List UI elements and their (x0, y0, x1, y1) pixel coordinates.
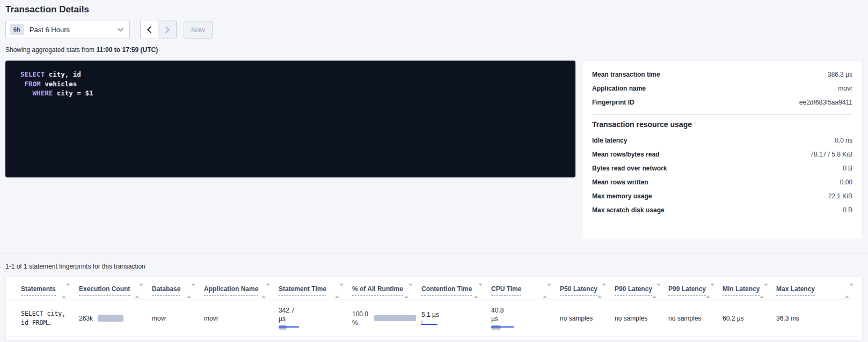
next-interval-button[interactable] (158, 20, 176, 39)
sql-statement-box: SELECT city, id FROM vehicles WHERE city… (5, 61, 575, 177)
statements-count-caption: 1-1 of 1 statement fingerprints for this… (5, 263, 863, 270)
summary-label: Application name (592, 85, 646, 92)
statement-link-line2[interactable]: id FROM… (21, 318, 74, 328)
sort-icon[interactable] (706, 286, 714, 296)
column-header-cpu-time[interactable]: CPU Time (491, 277, 560, 300)
resource-usage-section-title: Transaction resource usage (592, 120, 852, 129)
sort-icon[interactable] (187, 286, 195, 296)
summary-row-mean-transaction-time: Mean transaction time 386.3 µs (592, 68, 852, 81)
column-header-p99-latency[interactable]: P99 Latency (668, 277, 723, 300)
aggregation-range-bold: 11:00 to 17:59 (UTC) (96, 46, 158, 54)
sort-icon[interactable] (652, 286, 661, 296)
execution-count-bar (98, 315, 123, 322)
statements-table-card: Statements Execution Count Database Appl… (5, 277, 863, 341)
sql-keyword: SELECT (20, 70, 45, 78)
page-title: Transaction Details (5, 0, 863, 15)
statement-time-bar (279, 325, 302, 330)
column-header-percent-runtime[interactable]: % of All Runtime (352, 277, 421, 300)
resource-row-max-scratch-disk-usage: Max scratch disk usage 0 B (592, 203, 852, 217)
column-header-max-latency[interactable]: Max Latency (776, 277, 862, 300)
column-header-contention-time[interactable]: Contention Time (421, 277, 491, 300)
cpu-time-unit: µs (491, 315, 555, 323)
cell-p50-latency: no samples (560, 300, 615, 337)
summary-row-fingerprint-id: Fingerprint ID ee2df683f5aa9411 (592, 95, 852, 109)
aggregation-range-prefix: Showing aggregated stats from (5, 46, 96, 54)
resource-row-max-memory-usage: Max memory usage 22.1 KiB (592, 189, 852, 203)
column-header-min-latency[interactable]: Min Latency (723, 277, 776, 300)
resource-value: 0 B (843, 165, 852, 172)
column-header-statement-time[interactable]: Statement Time (279, 277, 352, 300)
percent-runtime-unit: % (352, 318, 368, 327)
sql-line: SELECT city, id (20, 70, 567, 79)
transaction-summary-panel: Mean transaction time 386.3 µs Applicati… (582, 61, 863, 239)
percent-runtime-value: 100.0 (352, 310, 368, 318)
sort-icon[interactable] (597, 286, 606, 296)
execution-count-value: 263k (79, 315, 93, 322)
contention-time-value: 5.1 µs (421, 310, 486, 319)
transaction-details-page: Transaction Details 6h Past 6 Hours Now … (0, 0, 868, 341)
resource-value: 0 B (843, 206, 852, 214)
cell-statement-fingerprint[interactable]: SELECT city, id FROM… (6, 300, 79, 337)
statement-time-value: 342.7 (279, 306, 347, 315)
resource-label: Mean rows written (592, 179, 648, 186)
sql-keyword: WHERE (33, 89, 53, 97)
sort-icon[interactable] (261, 286, 270, 296)
sort-icon[interactable] (845, 286, 854, 296)
resource-row-mean-rows-written: Mean rows written 0.00 (592, 175, 852, 189)
resource-label: Mean rows/bytes read (592, 151, 659, 158)
column-header-execution-count[interactable]: Execution Count (79, 277, 152, 300)
cell-execution-count: 263k (79, 300, 152, 337)
sql-line: WHERE city = $1 (20, 88, 567, 98)
contention-time-bar (421, 321, 439, 326)
now-button[interactable]: Now (184, 21, 213, 39)
cell-max-latency: 36.3 ms (776, 300, 862, 337)
resource-label: Idle latency (592, 137, 627, 144)
resource-label: Max memory usage (592, 192, 652, 200)
time-range-dropdown[interactable]: 6h Past 6 Hours (5, 20, 130, 39)
column-header-database[interactable]: Database (152, 277, 204, 300)
cell-application-name: movr (204, 300, 279, 337)
resource-value: 78.17 / 5.8 KiB (810, 151, 852, 158)
sql-line: FROM vehicles (20, 79, 567, 89)
column-header-p90-latency[interactable]: P90 Latency (615, 277, 668, 300)
cell-p99-latency: no samples (668, 300, 723, 337)
cell-p90-latency: no samples (615, 300, 668, 337)
sort-icon[interactable] (760, 286, 768, 296)
main-content-row: SELECT city, id FROM vehicles WHERE city… (5, 61, 863, 239)
resource-value: 0.00 (840, 179, 852, 186)
cell-percent-runtime: 100.0 % (352, 300, 421, 337)
chevron-left-icon (147, 26, 154, 33)
summary-value: movr (838, 85, 852, 92)
time-controls: 6h Past 6 Hours Now (5, 20, 863, 39)
column-header-statements[interactable]: Statements (6, 277, 79, 300)
cell-cpu-time: 40.8 µs (491, 300, 560, 337)
resource-value: 0.0 ns (835, 137, 852, 144)
sort-icon[interactable] (335, 286, 344, 296)
resource-value: 22.1 KiB (828, 192, 852, 200)
previous-interval-button[interactable] (141, 20, 158, 39)
summary-row-application-name: Application name movr (592, 81, 852, 95)
sort-icon[interactable] (62, 286, 70, 296)
statement-link-line1[interactable]: SELECT city, (21, 309, 74, 318)
sort-icon[interactable] (404, 286, 413, 296)
chevron-right-icon (163, 26, 170, 33)
sort-icon[interactable] (474, 286, 483, 296)
percent-runtime-bar (374, 315, 416, 321)
table-header-row: Statements Execution Count Database Appl… (6, 277, 862, 300)
summary-value: 386.3 µs (828, 71, 852, 78)
column-header-p50-latency[interactable]: P50 Latency (560, 277, 615, 300)
summary-value: ee2df683f5aa9411 (799, 99, 852, 106)
statement-row: SELECT city, id FROM… 263k movr movr 342… (6, 300, 862, 337)
resource-label: Max scratch disk usage (592, 206, 665, 214)
sort-icon[interactable] (135, 286, 143, 296)
cell-statement-time: 342.7 µs (279, 300, 352, 337)
sort-icon[interactable] (543, 286, 551, 296)
resource-row-mean-rows-bytes-read: Mean rows/bytes read 78.17 / 5.8 KiB (592, 147, 852, 161)
sql-keyword: FROM (25, 80, 41, 88)
statement-time-unit: µs (279, 315, 347, 323)
cpu-time-bar (491, 325, 515, 330)
column-header-application-name[interactable]: Application Name (204, 277, 279, 300)
summary-label: Mean transaction time (592, 71, 660, 78)
panel-divider (592, 114, 852, 115)
time-range-badge: 6h (10, 24, 24, 35)
